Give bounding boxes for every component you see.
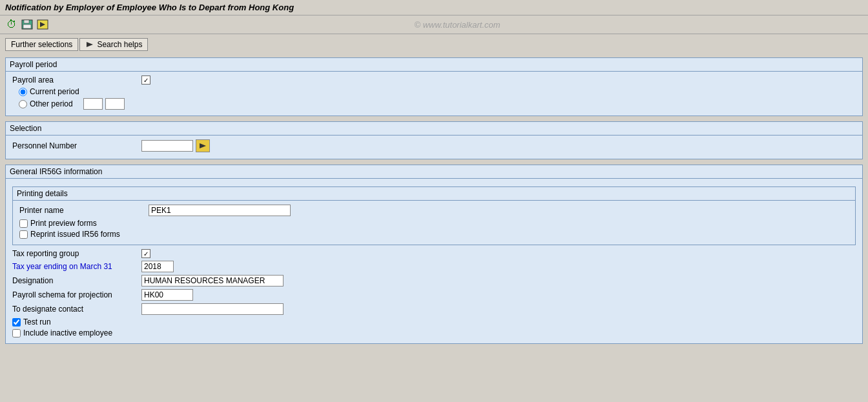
printer-name-input[interactable] [149,205,291,216]
watermark: © www.tutorialkart.com [52,20,863,30]
other-period-input2[interactable] [105,98,125,110]
printing-details-title: Printing details [13,187,855,201]
designation-label: Designation [12,276,141,285]
tax-reporting-row: Tax reporting group ✓ [12,249,856,258]
search-helps-label: Search helps [97,40,142,49]
clock-icon[interactable]: ⏱ [5,18,18,31]
selection-section: Selection Personnel Number [5,121,863,159]
payroll-area-row: Payroll area ✓ [12,75,856,85]
print-preview-checkbox[interactable] [19,219,28,228]
search-helps-button[interactable]: Search helps [79,38,148,51]
svg-marker-5 [87,42,93,47]
personnel-arrow-button[interactable] [196,139,210,152]
save-icon[interactable] [21,18,34,31]
reprint-checkbox[interactable] [19,230,28,239]
reprint-row: Reprint issued IR56 forms [19,230,849,239]
export-icon[interactable] [36,18,49,31]
page-title: Notification by Employer of Employee Who… [5,3,294,12]
designate-contact-label: To designate contact [12,305,141,314]
printing-details-section: Printing details Printer name Print prev… [12,186,856,245]
test-run-checkbox[interactable] [12,318,21,327]
include-inactive-label: Include inactive employee [23,328,112,337]
tax-year-input[interactable] [141,261,174,272]
test-run-row: Test run [12,317,856,327]
payroll-schema-input[interactable] [141,289,193,301]
personnel-number-label: Personnel Number [12,141,141,150]
tax-year-row: Tax year ending on March 31 [12,261,856,272]
payroll-period-title: Payroll period [6,58,862,72]
printer-name-label: Printer name [19,206,149,215]
button-bar: Further selections Search helps [0,34,868,55]
tax-reporting-checkbox[interactable]: ✓ [141,249,150,258]
print-preview-row: Print preview forms [19,219,849,228]
other-period-input1[interactable] [83,98,103,110]
tax-year-label: Tax year ending on March 31 [12,262,141,271]
payroll-period-section: Payroll period Payroll area ✓ Current pe… [5,57,863,116]
print-preview-label: Print preview forms [30,219,97,228]
designate-contact-row: To designate contact [12,303,856,315]
other-period-radio[interactable] [19,100,27,108]
title-bar: Notification by Employer of Employee Who… [0,0,868,15]
toolbar: ⏱ © www.tutorialkart.com [0,15,868,34]
general-ir56g-section: General IR56G information Printing detai… [5,165,863,344]
personnel-number-input[interactable] [141,140,193,152]
personnel-number-row: Personnel Number [12,139,856,152]
other-period-label: Other period [30,99,73,108]
current-period-row: Current period [12,87,856,96]
payroll-area-label: Payroll area [12,75,141,85]
tax-reporting-label: Tax reporting group [12,249,141,258]
general-ir56g-title: General IR56G information [6,165,862,179]
designation-input[interactable] [141,275,284,286]
payroll-schema-label: Payroll schema for projection [12,290,141,299]
current-period-radio[interactable] [19,88,27,96]
payroll-area-checkbox[interactable]: ✓ [141,75,150,85]
designation-row: Designation [12,275,856,286]
selection-title: Selection [6,122,862,136]
payroll-schema-row: Payroll schema for projection [12,289,856,301]
svg-rect-2 [23,25,31,28]
current-period-label: Current period [30,87,79,96]
designate-contact-input[interactable] [141,303,284,315]
include-inactive-checkbox[interactable] [12,329,21,337]
test-run-label: Test run [23,317,51,327]
other-period-row: Other period [12,98,856,110]
include-inactive-row: Include inactive employee [12,328,856,337]
svg-rect-1 [24,20,29,23]
svg-marker-6 [200,143,206,148]
printer-name-row: Printer name [19,205,849,216]
reprint-label: Reprint issued IR56 forms [30,230,120,239]
further-selections-button[interactable]: Further selections [5,38,78,51]
